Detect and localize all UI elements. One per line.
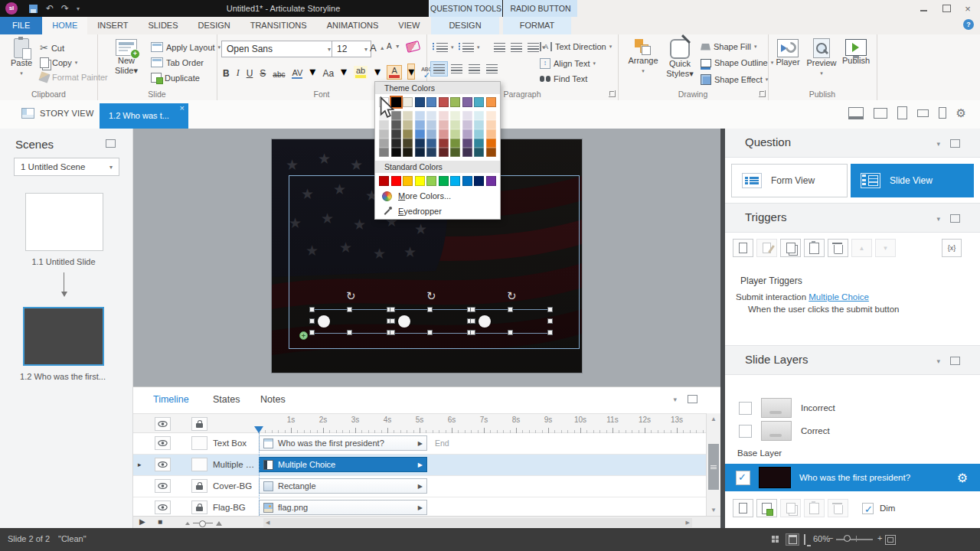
scene-selector-dropdown[interactable]: 1 Untitled Scene▾ [14,158,119,176]
standard-color-swatch[interactable] [439,176,449,186]
tint-swatch[interactable] [439,139,449,148]
standard-color-swatch[interactable] [415,176,425,186]
underline-button[interactable]: U [247,68,253,79]
selection-handle[interactable] [508,307,513,312]
paste-trigger-button[interactable] [804,239,825,257]
zoom-slider-knob[interactable] [199,520,206,527]
paragraph-dialog-launcher-icon[interactable] [609,90,616,97]
timeline-bar[interactable]: flag.png▶ [259,500,427,515]
selection-handle[interactable] [470,330,475,335]
increase-indent-button[interactable] [511,43,522,52]
timeline-float-icon[interactable] [688,395,697,403]
maximize-button[interactable] [937,0,956,17]
selected-radio-button[interactable]: ↻ [393,309,472,334]
scenes-float-icon[interactable] [106,139,116,148]
layers-float-icon[interactable] [950,357,960,365]
tint-swatch[interactable] [450,148,460,157]
publish-button[interactable]: Publish [840,39,872,66]
ribbon-tab-home[interactable]: HOME [42,17,87,34]
font-color-button[interactable]: A [387,66,401,79]
timeline-bar[interactable]: Who was the first president?▶ [259,435,427,451]
standard-color-swatch[interactable] [379,176,389,186]
tint-swatch[interactable] [391,129,401,139]
selection-handle[interactable] [508,330,513,335]
tint-swatch[interactable] [439,148,449,157]
tint-swatch[interactable] [474,129,484,139]
story-view-tab[interactable]: STORY VIEW [21,108,93,119]
save-icon[interactable] [29,0,38,17]
tint-swatch[interactable] [379,148,389,157]
align-center-button[interactable] [449,62,465,76]
tint-swatch[interactable] [474,111,484,120]
ribbon-tab-design[interactable]: DESIGN [188,17,240,34]
tint-swatch[interactable] [486,129,496,139]
move-trigger-down-button[interactable]: ▼ [875,239,896,257]
preview-settings-gear-icon[interactable]: ⚙ [956,107,966,119]
timeline-row[interactable]: Text BoxWho was the first president?▶End [133,433,720,455]
close-tab-icon[interactable]: × [180,104,185,112]
text-direction-button[interactable]: A Text Direction▾ [540,42,612,51]
standard-color-swatch[interactable] [474,176,484,186]
quick-access-customize-icon[interactable]: ▾ [77,0,80,17]
tablet-landscape-icon[interactable] [874,108,887,119]
zoom-in-icon[interactable] [216,521,222,526]
standard-color-swatch[interactable] [462,176,472,186]
tint-swatch[interactable] [462,111,472,120]
delete-trigger-button[interactable] [828,239,848,257]
active-slide-tab[interactable]: 1.2 Who was t... × [100,103,188,129]
selection-handle[interactable] [547,307,553,312]
theme-color-swatch[interactable] [426,97,436,107]
quick-styles-button[interactable]: Quick Styles▾ [662,39,697,79]
tint-swatch[interactable] [403,120,413,129]
multiple-choice-link[interactable]: Multiple Choice [808,292,869,302]
selection-handle[interactable] [427,307,433,312]
scroll-right-icon[interactable]: ▶ [686,520,690,526]
standard-color-swatch[interactable] [486,176,496,186]
tint-swatch[interactable] [450,111,460,120]
theme-color-swatch[interactable] [403,97,413,107]
playhead-icon[interactable] [254,426,263,433]
visibility-toggle[interactable] [155,500,171,514]
layer-row-incorrect[interactable]: Incorrect [725,396,980,419]
selection-handle[interactable] [347,330,352,335]
selected-radio-button[interactable]: ↻ [312,309,392,334]
more-colors-item[interactable]: More Colors... [375,188,500,204]
tint-swatch[interactable] [391,139,401,148]
copy-button[interactable]: Copy▾ [40,57,77,68]
question-float-icon[interactable] [950,139,960,148]
tablet-portrait-icon[interactable] [897,106,907,119]
theme-color-swatch[interactable] [415,97,425,107]
duplicate-button[interactable]: Duplicate [151,73,200,83]
tint-swatch[interactable] [450,120,460,129]
zoom-out-icon[interactable] [185,522,190,525]
tint-swatch[interactable] [415,139,425,148]
slide-view-button[interactable]: Slide View [851,164,974,197]
triggers-collapse-icon[interactable]: ▾ [936,215,940,223]
selection-handle[interactable] [309,318,315,324]
base-layer-checkbox[interactable] [736,471,750,485]
tint-swatch[interactable] [426,148,436,157]
tint-swatch[interactable] [439,111,449,120]
help-icon[interactable]: ? [963,19,974,30]
tint-swatch[interactable] [391,148,401,157]
ribbon-tab-animations[interactable]: ANIMATIONS [317,17,389,34]
zoom-out-button[interactable]: − [828,533,833,543]
tint-swatch[interactable] [439,120,449,129]
ribbon-tab-transitions[interactable]: TRANSITIONS [240,17,317,34]
tint-swatch[interactable] [462,139,472,148]
change-case-button[interactable]: Aa [322,68,334,79]
tint-swatch[interactable] [403,139,413,148]
numbering-button[interactable]: ▾ [459,43,480,52]
theme-color-swatch[interactable] [462,97,472,107]
timeline-vertical-scrollbar[interactable]: ▲ ▼ [706,413,720,516]
scroll-up-icon[interactable]: ▲ [707,416,720,422]
timeline-collapse-icon[interactable]: ▾ [673,396,677,403]
delete-layer-button[interactable] [828,499,848,517]
phone-portrait-icon[interactable] [939,107,946,119]
selection-handle[interactable] [547,330,553,335]
contextual-tab-design[interactable]: DESIGN [431,17,499,34]
tint-swatch[interactable] [462,148,472,157]
eyedropper-item[interactable]: Eyedropper [375,204,500,219]
timeline-horizontal-scrollbar[interactable]: ◀ ▶ [263,518,692,527]
ribbon-tab-file[interactable]: FILE [0,17,42,34]
